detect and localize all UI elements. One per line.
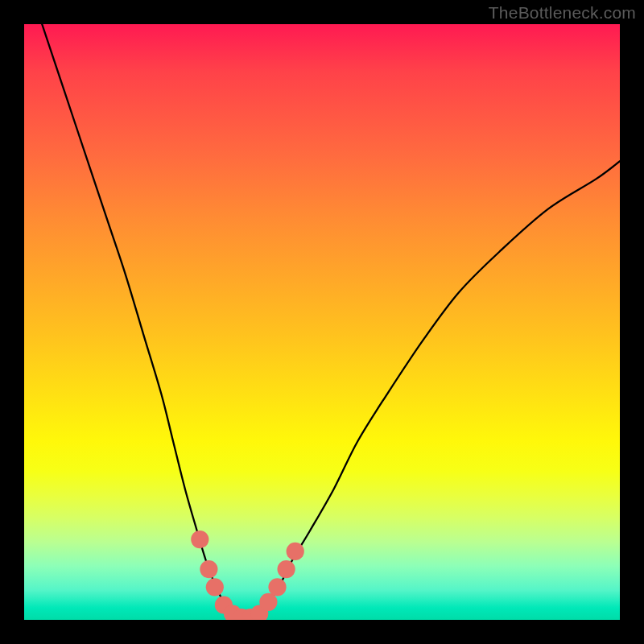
chart-frame: TheBottleneck.com bbox=[0, 0, 644, 644]
curve-marker bbox=[200, 560, 217, 578]
curve-marker bbox=[287, 543, 304, 560]
curve-marker bbox=[259, 593, 277, 611]
watermark-text: TheBottleneck.com bbox=[489, 3, 636, 23]
marker-group bbox=[191, 530, 304, 620]
bottleneck-curve-path bbox=[42, 24, 620, 619]
chart-svg bbox=[24, 24, 620, 620]
curve-marker bbox=[268, 578, 286, 596]
plot-area bbox=[24, 24, 620, 620]
curve-marker bbox=[278, 560, 295, 578]
curve-marker bbox=[206, 578, 224, 596]
curve-marker bbox=[191, 530, 208, 548]
